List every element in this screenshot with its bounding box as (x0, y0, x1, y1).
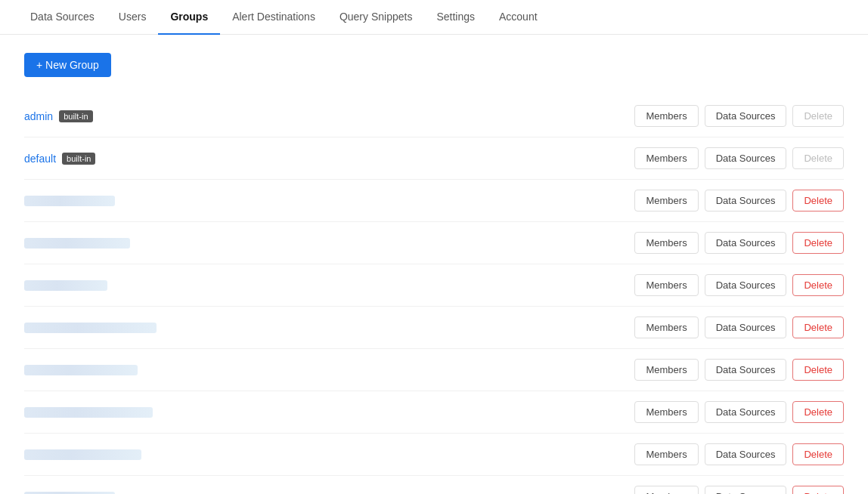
builtin-badge: built-in (62, 153, 95, 165)
action-buttons: MembersData SourcesDelete (634, 443, 844, 465)
group-name-cell: adminbuilt-in (24, 110, 634, 122)
group-name-blurred (24, 238, 130, 249)
delete-button[interactable]: Delete (792, 401, 844, 423)
group-name-cell (24, 323, 634, 333)
delete-button[interactable]: Delete (792, 316, 844, 338)
group-name-cell (24, 492, 634, 495)
table-row: MembersData SourcesDelete (24, 349, 844, 391)
action-buttons: MembersData SourcesDelete (634, 105, 844, 127)
groups-list: adminbuilt-inMembersData SourcesDeletede… (24, 95, 844, 494)
group-name-cell (24, 407, 634, 418)
data-sources-button[interactable]: Data Sources (705, 401, 787, 423)
members-button[interactable]: Members (634, 232, 698, 254)
group-name-blurred (24, 407, 153, 418)
table-row: MembersData SourcesDelete (24, 222, 844, 264)
members-button[interactable]: Members (634, 274, 698, 296)
group-name-link[interactable]: admin (24, 110, 53, 122)
delete-button[interactable]: Delete (792, 232, 844, 254)
table-row: MembersData SourcesDelete (24, 307, 844, 349)
delete-button-disabled: Delete (792, 147, 844, 169)
action-buttons: MembersData SourcesDelete (634, 401, 844, 423)
data-sources-button[interactable]: Data Sources (705, 486, 787, 494)
action-buttons: MembersData SourcesDelete (634, 147, 844, 169)
group-name-blurred (24, 492, 115, 495)
members-button[interactable]: Members (634, 190, 698, 211)
new-group-button[interactable]: + New Group (24, 53, 111, 77)
delete-button[interactable]: Delete (792, 486, 844, 494)
group-name-link[interactable]: default (24, 153, 56, 165)
group-name-cell (24, 449, 634, 460)
members-button[interactable]: Members (634, 359, 698, 381)
members-button[interactable]: Members (634, 316, 698, 338)
nav-tab-account[interactable]: Account (487, 0, 550, 35)
content: + New Group adminbuilt-inMembersData Sou… (0, 35, 868, 494)
table-row: adminbuilt-inMembersData SourcesDelete (24, 95, 844, 137)
table-row: MembersData SourcesDelete (24, 264, 844, 307)
group-name-cell (24, 365, 634, 375)
delete-button[interactable]: Delete (792, 274, 844, 296)
table-row: MembersData SourcesDelete (24, 434, 844, 476)
table-row: defaultbuilt-inMembersData SourcesDelete (24, 137, 844, 180)
nav-tab-alert-destinations[interactable]: Alert Destinations (220, 0, 327, 35)
nav-bar: Data SourcesUsersGroupsAlert Destination… (0, 0, 868, 35)
action-buttons: MembersData SourcesDelete (634, 486, 844, 494)
data-sources-button[interactable]: Data Sources (705, 105, 787, 127)
members-button[interactable]: Members (634, 486, 698, 494)
action-buttons: MembersData SourcesDelete (634, 359, 844, 381)
members-button[interactable]: Members (634, 147, 698, 169)
data-sources-button[interactable]: Data Sources (705, 316, 787, 338)
nav-tab-groups[interactable]: Groups (158, 0, 220, 35)
table-row: MembersData SourcesDelete (24, 476, 844, 494)
data-sources-button[interactable]: Data Sources (705, 232, 787, 254)
table-row: MembersData SourcesDelete (24, 391, 844, 434)
action-buttons: MembersData SourcesDelete (634, 190, 844, 211)
group-name-blurred (24, 280, 107, 291)
group-name-cell (24, 196, 634, 206)
nav-tab-settings[interactable]: Settings (424, 0, 487, 35)
builtin-badge: built-in (59, 110, 92, 122)
new-group-label: + New Group (36, 59, 99, 71)
group-name-cell (24, 238, 634, 249)
delete-button[interactable]: Delete (792, 190, 844, 211)
data-sources-button[interactable]: Data Sources (705, 190, 787, 211)
table-row: MembersData SourcesDelete (24, 180, 844, 222)
members-button[interactable]: Members (634, 443, 698, 465)
nav-tab-data-sources[interactable]: Data Sources (18, 0, 107, 35)
delete-button[interactable]: Delete (792, 443, 844, 465)
nav-tab-query-snippets[interactable]: Query Snippets (327, 0, 425, 35)
page-wrapper: Data SourcesUsersGroupsAlert Destination… (0, 0, 868, 494)
group-name-cell: defaultbuilt-in (24, 153, 634, 165)
action-buttons: MembersData SourcesDelete (634, 274, 844, 296)
data-sources-button[interactable]: Data Sources (705, 147, 787, 169)
action-buttons: MembersData SourcesDelete (634, 232, 844, 254)
members-button[interactable]: Members (634, 105, 698, 127)
group-name-cell (24, 280, 634, 291)
nav-tab-users[interactable]: Users (107, 0, 159, 35)
delete-button-disabled: Delete (792, 105, 844, 127)
group-name-blurred (24, 196, 115, 206)
group-name-blurred (24, 365, 138, 375)
action-buttons: MembersData SourcesDelete (634, 316, 844, 338)
data-sources-button[interactable]: Data Sources (705, 359, 787, 381)
group-name-blurred (24, 323, 157, 333)
members-button[interactable]: Members (634, 401, 698, 423)
data-sources-button[interactable]: Data Sources (705, 443, 787, 465)
group-name-blurred (24, 449, 141, 460)
data-sources-button[interactable]: Data Sources (705, 274, 787, 296)
delete-button[interactable]: Delete (792, 359, 844, 381)
